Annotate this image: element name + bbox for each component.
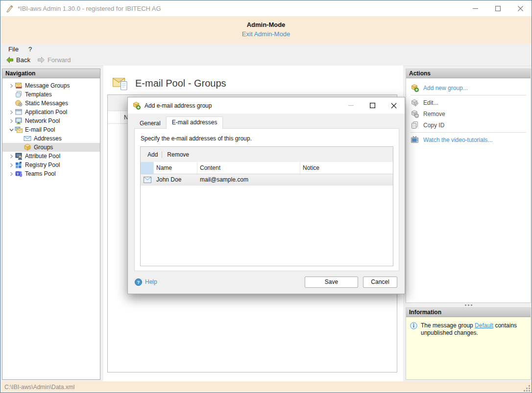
- navigation-panel: Navigation Message Groups Templates: [2, 69, 100, 380]
- edit-icon: [411, 98, 419, 107]
- remove-button[interactable]: Remove: [162, 149, 194, 160]
- add-button[interactable]: Add: [141, 149, 162, 160]
- sidebar-item-static-messages[interactable]: Static Messages: [2, 99, 100, 108]
- copy-id-icon: [411, 121, 419, 129]
- sidebar-item-email-pool[interactable]: E-mail Pool: [2, 125, 100, 134]
- forward-label: Forward: [48, 56, 71, 64]
- titlebar: *IBI-aws Admin 1.30.0 - registered for I…: [0, 0, 532, 16]
- action-remove[interactable]: Remove: [406, 108, 531, 119]
- dialog-minimize-button[interactable]: [340, 97, 362, 114]
- sidebar-item-message-groups[interactable]: Message Groups: [2, 81, 100, 90]
- sidebar-item-registry-pool[interactable]: Registry Pool: [2, 161, 100, 169]
- minimize-icon: [473, 6, 478, 11]
- tab-general[interactable]: General: [134, 118, 166, 129]
- sidebar-item-label: Teams Pool: [25, 170, 56, 177]
- admin-mode-title: Admin-Mode: [0, 16, 532, 28]
- row-name: John Doe: [154, 176, 197, 183]
- save-button[interactable]: Save: [305, 277, 358, 288]
- information-header: Information: [406, 308, 531, 317]
- content-column-header[interactable]: Content: [197, 162, 300, 174]
- menu-help[interactable]: ?: [24, 45, 37, 54]
- navigation-tree: Message Groups Templates Static Messages: [2, 78, 100, 178]
- email-pool-groups-icon: [112, 75, 129, 91]
- action-add-new-group[interactable]: Add new group...: [406, 82, 531, 93]
- sidebar-item-label: E-mail Pool: [25, 126, 55, 133]
- chevron-down-icon[interactable]: [9, 128, 14, 132]
- add-group-icon: [411, 84, 419, 92]
- dialog-close-button[interactable]: [383, 97, 405, 114]
- page-title: E-mail Pool - Groups: [135, 78, 226, 89]
- sidebar-item-label: Network Pool: [25, 117, 60, 124]
- maximize-icon: [370, 103, 375, 108]
- back-arrow-icon: [6, 56, 14, 64]
- back-button[interactable]: Back: [2, 55, 34, 65]
- menu-file[interactable]: File: [0, 45, 24, 54]
- sidebar-item-templates[interactable]: Templates: [2, 90, 100, 99]
- chevron-right-icon[interactable]: [10, 154, 13, 159]
- network-pool-icon: [15, 117, 23, 125]
- action-label: Add new group...: [423, 85, 468, 92]
- email-pool-icon: [15, 126, 23, 134]
- templates-icon: [15, 91, 23, 98]
- cancel-button[interactable]: Cancel: [363, 277, 397, 288]
- sidebar-item-application-pool[interactable]: Application Pool: [2, 108, 100, 116]
- teams-pool-icon: T: [15, 170, 23, 178]
- sidebar-item-teams-pool[interactable]: T Teams Pool: [2, 169, 100, 178]
- chevron-right-icon[interactable]: [10, 163, 13, 167]
- sidebar-item-network-pool[interactable]: Network Pool: [2, 116, 100, 125]
- maximize-icon: [495, 6, 501, 11]
- default-group-link[interactable]: Default: [475, 322, 493, 329]
- action-copy-id[interactable]: Copy ID: [406, 119, 531, 131]
- minimize-button[interactable]: [464, 0, 486, 16]
- dialog-add-group-icon: [132, 101, 141, 110]
- app-icon: [5, 4, 14, 13]
- sidebar-item-groups[interactable]: Groups: [2, 143, 100, 152]
- help-icon: ?: [135, 278, 142, 286]
- menubar: File ?: [0, 44, 532, 54]
- video-tutorials-icon: [411, 136, 419, 144]
- sidebar-item-label: Addresses: [34, 135, 62, 142]
- forward-button[interactable]: Forward: [34, 55, 74, 65]
- chevron-right-icon[interactable]: [10, 172, 13, 176]
- sidebar-item-label: Application Pool: [25, 109, 67, 116]
- data-file-path: C:\IBI-aws\Admin\Data.xml: [0, 384, 74, 391]
- sidebar-item-attribute-pool[interactable]: Attribute Pool: [2, 152, 100, 161]
- sidebar-item-label: Groups: [34, 144, 53, 151]
- dialog-titlebar: Add e-mail address group: [128, 97, 405, 114]
- close-button[interactable]: [509, 0, 532, 16]
- addresses-icon: [24, 135, 31, 142]
- chevron-right-icon[interactable]: [10, 110, 13, 115]
- exit-admin-mode-link[interactable]: Exit Admin-Mode: [242, 30, 290, 38]
- dialog-maximize-button[interactable]: [362, 97, 383, 114]
- forward-arrow-icon: [37, 56, 45, 64]
- table-row[interactable]: John Doe mail@sample.com: [141, 174, 393, 185]
- nav-toolbar: Back Forward: [0, 54, 532, 66]
- name-column-header[interactable]: Name: [154, 162, 197, 174]
- resize-grip[interactable]: [524, 386, 530, 392]
- status-bar: C:\IBI-aws\Admin\Data.xml: [0, 381, 532, 393]
- application-pool-icon: [15, 108, 23, 116]
- actions-panel: Actions Add new group... Edit...: [406, 69, 531, 303]
- selector-column-header[interactable]: [141, 162, 154, 174]
- panel-splitter-handle[interactable]: [406, 303, 531, 307]
- maximize-button[interactable]: [486, 0, 509, 16]
- message-groups-icon: [15, 82, 23, 90]
- table-toolbar: Add Remove: [141, 147, 393, 162]
- dialog-footer: ? Help Save Cancel: [128, 270, 405, 294]
- tab-email-addresses[interactable]: E-mail addresses: [166, 116, 223, 129]
- dialog-title: Add e-mail address group: [145, 102, 340, 109]
- close-icon: [518, 6, 523, 11]
- sidebar-item-addresses[interactable]: Addresses: [2, 134, 100, 143]
- sidebar-item-label: Registry Pool: [25, 162, 60, 168]
- chevron-right-icon[interactable]: [10, 84, 13, 88]
- notice-column-header[interactable]: Notice: [300, 162, 393, 174]
- action-edit[interactable]: Edit...: [406, 97, 531, 108]
- action-watch-video-tutorials[interactable]: Watch the video-tutorials...: [406, 134, 531, 145]
- help-link[interactable]: ? Help: [135, 278, 305, 286]
- chevron-right-icon[interactable]: [10, 119, 13, 123]
- app-window: *IBI-aws Admin 1.30.0 - registered for I…: [0, 0, 532, 393]
- help-label: Help: [145, 278, 157, 285]
- sidebar-item-label: Attribute Pool: [25, 153, 60, 160]
- action-label: Remove: [423, 111, 445, 117]
- info-text-before: The message group: [421, 322, 475, 329]
